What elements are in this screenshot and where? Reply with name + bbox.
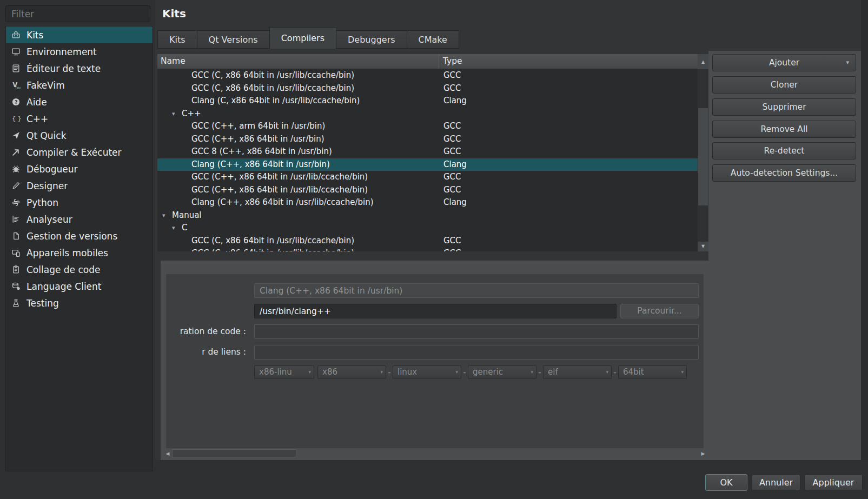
table-row[interactable]: GCC (C, x86 64bit in /usr/lib/ccache/bin… [157, 247, 698, 251]
sidebar-item-label: Designer [26, 181, 68, 191]
sidebar-item--diteur-de-texte[interactable]: Éditeur de texte [6, 60, 153, 77]
table-row[interactable]: GCC (C++, x86 64bit in /usr/lib/ccache/b… [157, 171, 698, 184]
browse-button[interactable]: Parcourir... [620, 304, 699, 318]
sidebar-item-environnement[interactable]: Environnement [6, 43, 153, 60]
tab-kits[interactable]: Kits [157, 30, 197, 49]
abi-x86-combobox[interactable]: x86▾ [317, 365, 386, 379]
sidebar-item-aide[interactable]: ?Aide [6, 94, 153, 110]
dropdown-arrow-icon[interactable]: ▾ [846, 55, 849, 71]
abi-full-combobox[interactable]: x86-linu▾ [254, 365, 314, 379]
text-editor-icon [11, 64, 21, 73]
appliquer-button[interactable]: Appliquer [804, 474, 863, 491]
sidebar-item-fakevim[interactable]: VFakeFakeVim [6, 77, 153, 94]
compiler-type-cell: Clang [439, 196, 698, 209]
expand-arrow-icon[interactable]: ▾ [172, 108, 182, 121]
svg-text:Fake: Fake [15, 87, 21, 89]
re-detect-button[interactable]: Re-detect [712, 142, 856, 159]
braces-icon: { } [11, 114, 21, 123]
abi-linux-combobox[interactable]: linux▾ [393, 365, 461, 379]
compiler-type-cell: Clang [439, 95, 698, 108]
dropdown-arrow-icon: ▾ [531, 366, 533, 378]
compiler-path-field[interactable] [254, 304, 617, 318]
supprimer-button[interactable]: Supprimer [712, 98, 856, 116]
table-row[interactable]: Clang (C, x86 64bit in /usr/lib/ccache/b… [157, 95, 698, 108]
ok-button[interactable]: OK [705, 474, 747, 491]
abi-separator: - [612, 368, 618, 377]
toolbox-icon [11, 30, 21, 39]
table-group-row[interactable]: ▾C++ [157, 108, 698, 121]
sidebar-item-compiler-ex-cuter[interactable]: Compiler & Exécuter [6, 144, 153, 161]
sidebar-item-python[interactable]: Python [6, 194, 153, 211]
expand-arrow-icon[interactable]: ▾ [162, 209, 172, 222]
mobile-devices-icon [11, 248, 21, 257]
sidebar-item-kits[interactable]: Kits [6, 26, 153, 43]
analyzer-icon [11, 215, 21, 224]
compiler-name-cell: GCC (C++, x86 64bit in /usr/lib/ccache/b… [191, 184, 368, 197]
window-right-edge [861, 0, 868, 460]
tab-compilers[interactable]: Compilers [269, 27, 336, 49]
help-icon: ? [11, 97, 21, 107]
vertical-scrollbar-thumb[interactable] [698, 108, 708, 205]
abi-elf-combobox[interactable]: elf▾ [543, 365, 612, 379]
sidebar-item-label: Language Client [26, 281, 102, 292]
auto-detection-settings--button[interactable]: Auto-detection Settings... [712, 164, 856, 182]
sidebar-item-appareils-mobiles[interactable]: Appareils mobiles [6, 244, 153, 261]
sidebar-item-label: Débogueur [26, 164, 78, 175]
tab-qt-versions[interactable]: Qt Versions [197, 30, 270, 49]
sidebar-item-collage-de-code[interactable]: Collage de code [6, 261, 153, 278]
options-dialog: KitsEnvironnementÉditeur de texteVFakeFa… [0, 0, 868, 499]
sidebar-item-designer[interactable]: Designer [6, 177, 153, 194]
table-row[interactable]: GCC (C, x86 64bit in /usr/lib/ccache/bin… [157, 69, 698, 82]
table-group-row[interactable]: ▾Manual [157, 209, 698, 222]
table-vertical-scrollbar[interactable]: ▲ ▼ [698, 54, 708, 251]
remove-all-button[interactable]: Remove All [712, 121, 856, 138]
tab-cmake[interactable]: CMake [407, 30, 459, 49]
dropdown-arrow-icon: ▾ [455, 366, 458, 378]
table-row[interactable]: GCC (C++, x86 64bit in /usr/bin)GCC [157, 133, 698, 146]
abi-selector-row: x86-linu▾x86▾-linux▾-generic▾-elf▾-64bit… [254, 365, 687, 379]
compiler-name-cell: GCC (C, x86 64bit in /usr/lib/ccache/bin… [191, 235, 354, 248]
sidebar-item-analyseur[interactable]: Analyseur [6, 211, 153, 228]
table-group-row[interactable]: ▾C [157, 222, 698, 235]
tab-debuggers[interactable]: Debuggers [336, 30, 407, 49]
table-row[interactable]: Clang (C++, x86 64bit in /usr/bin)Clang [157, 158, 698, 171]
code-paste-icon [11, 265, 21, 274]
column-header-type[interactable]: Type [439, 54, 698, 69]
compiler-name-cell: C++ [182, 108, 201, 121]
table-row[interactable]: GCC (C, x86 64bit in /usr/lib/ccache/bin… [157, 235, 698, 248]
sidebar-item-c-[interactable]: { }C++ [6, 110, 153, 127]
sidebar-item-gestion-de-versions[interactable]: Gestion de versions [6, 228, 153, 244]
scroll-left-arrow-icon[interactable]: ◀ [163, 449, 172, 458]
sidebar-item-qt-quick[interactable]: Qt Quick [6, 127, 153, 144]
table-row[interactable]: GCC (C++, x86 64bit in /usr/lib/ccache/b… [157, 184, 698, 197]
table-row[interactable]: GCC (C, x86 64bit in /usr/lib/ccache/bin… [157, 82, 698, 95]
table-row[interactable]: Clang (C++, x86 64bit in /usr/lib/ccache… [157, 196, 698, 209]
linker-flags-field[interactable] [254, 345, 699, 360]
scroll-down-arrow-icon[interactable]: ▼ [698, 242, 708, 251]
horizontal-scrollbar-thumb[interactable] [172, 449, 296, 457]
scroll-up-arrow-icon[interactable]: ▲ [698, 54, 708, 69]
sidebar-item-language-client[interactable]: Language Client [6, 278, 153, 295]
cloner-button[interactable]: Cloner [712, 76, 856, 94]
abi-generic-combobox[interactable]: generic▾ [468, 365, 536, 379]
sidebar-item-label: Environnement [26, 46, 97, 57]
annuler-button[interactable]: Annuler [752, 474, 800, 491]
table-body: GCC (C, x86 64bit in /usr/lib/ccache/bin… [157, 69, 698, 251]
compiler-type-cell: GCC [439, 69, 698, 82]
sidebar-item-label: Éditeur de texte [26, 63, 101, 74]
compiler-type-cell: GCC [439, 133, 698, 146]
table-row[interactable]: GCC 8 (C++, x86 64bit in /usr/bin)GCC [157, 145, 698, 158]
sidebar-item-testing[interactable]: Testing [6, 295, 153, 311]
ajouter-button[interactable]: Ajouter▾ [712, 54, 856, 71]
filter-input[interactable] [5, 5, 150, 22]
details-horizontal-scrollbar[interactable]: ◀ ▶ [163, 449, 707, 458]
expand-arrow-icon[interactable]: ▾ [172, 222, 182, 235]
abi-64bit-combobox[interactable]: 64bit▾ [618, 365, 687, 379]
column-header-name[interactable]: Name [157, 54, 439, 69]
codegen-flags-field[interactable] [254, 324, 699, 339]
scroll-right-arrow-icon[interactable]: ▶ [699, 449, 707, 458]
table-row[interactable]: GCC (C++, arm 64bit in /usr/bin)GCC [157, 120, 698, 133]
compiler-name-field[interactable] [254, 283, 699, 298]
sidebar-item-d-bogueur[interactable]: Débogueur [6, 161, 153, 177]
compiler-type-cell [439, 222, 698, 235]
